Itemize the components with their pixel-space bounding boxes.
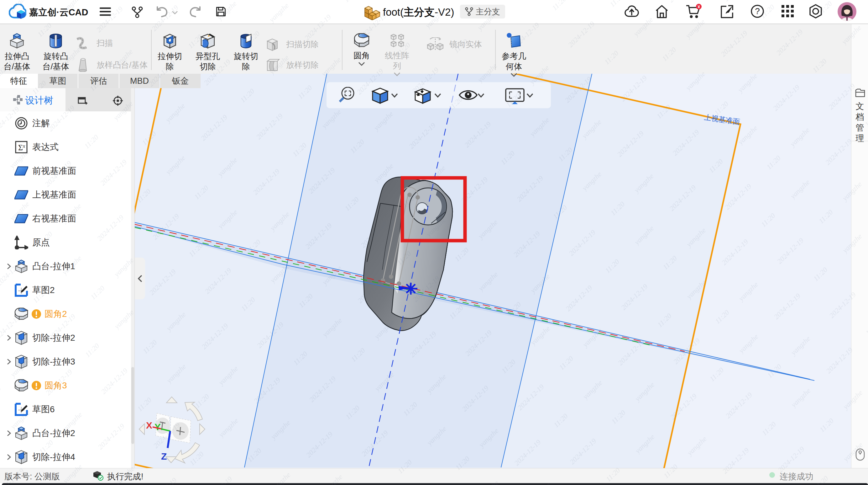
svg-text:Y: Y bbox=[154, 422, 161, 432]
svg-text:¥: ¥ bbox=[698, 4, 700, 9]
svg-text:Z: Z bbox=[161, 451, 167, 461]
svg-text:X: X bbox=[146, 420, 152, 430]
svg-text:Σ: Σ bbox=[18, 143, 23, 152]
svg-text:x: x bbox=[23, 143, 25, 149]
svg-text:?: ? bbox=[755, 6, 760, 16]
